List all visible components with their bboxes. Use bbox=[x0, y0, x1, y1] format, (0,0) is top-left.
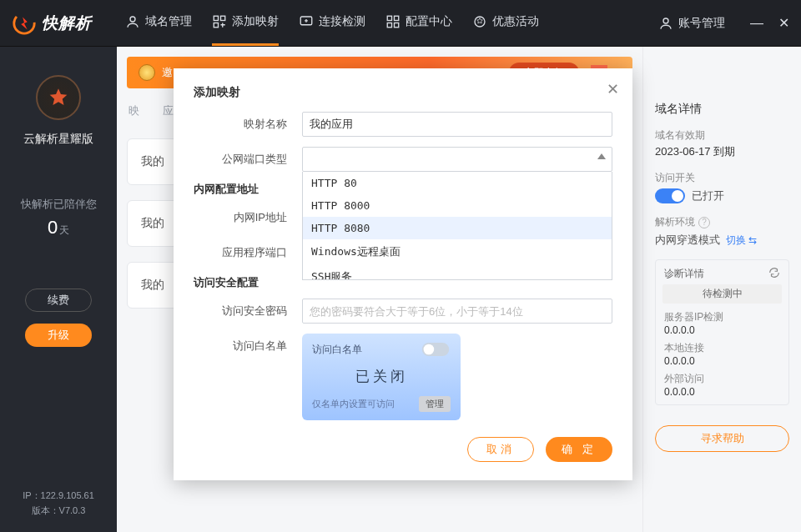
inner-ip-label: 内网IP地址 bbox=[194, 210, 302, 225]
refresh-icon[interactable] bbox=[768, 267, 780, 281]
edition-name: 云解析星耀版 bbox=[23, 132, 93, 147]
diag-status: 待检测中 bbox=[662, 284, 782, 304]
ip-label: IP： bbox=[23, 490, 40, 500]
app-logo: 快解析 bbox=[12, 11, 92, 36]
close-window-button[interactable]: ✕ bbox=[778, 15, 789, 31]
monitor-plus-icon bbox=[299, 14, 314, 29]
minimize-button[interactable]: — bbox=[750, 16, 763, 31]
port-type-option[interactable]: HTTP 80 bbox=[303, 172, 612, 194]
nav-label: 优惠活动 bbox=[492, 14, 539, 29]
env-label: 解析环境? bbox=[655, 215, 789, 229]
companion-text: 快解析已陪伴您 bbox=[21, 197, 97, 212]
svg-point-11 bbox=[663, 18, 668, 23]
svg-rect-3 bbox=[221, 16, 225, 20]
diag-row: 本地连接0.0.0.0 bbox=[664, 341, 780, 367]
nav-promo[interactable]: 优惠活动 bbox=[472, 0, 539, 46]
cancel-button[interactable]: 取消 bbox=[467, 437, 534, 462]
nav-label: 配置中心 bbox=[406, 14, 452, 29]
version-label: 版本： bbox=[32, 505, 59, 515]
days-counter: 0天 bbox=[48, 217, 69, 238]
swap-icon: ⇆ bbox=[748, 234, 757, 246]
nav-add-mapping[interactable]: 添加映射 bbox=[212, 0, 279, 46]
port-type-label: 公网端口类型 bbox=[194, 152, 302, 167]
info-icon[interactable]: ? bbox=[698, 217, 710, 228]
upgrade-button[interactable]: 升级 bbox=[25, 324, 92, 347]
modal-actions: 取消 确 定 bbox=[194, 437, 612, 462]
days-value: 0 bbox=[48, 217, 58, 238]
nav-label: 连接检测 bbox=[319, 14, 365, 29]
sidebar: 云解析星耀版 快解析已陪伴您 0天 续费 升级 IP：122.9.105.61 … bbox=[0, 47, 117, 532]
nav-connect-test[interactable]: 连接检测 bbox=[299, 0, 365, 46]
switch-state-text: 已打开 bbox=[692, 188, 724, 203]
app-port-label: 应用程序端口 bbox=[194, 245, 302, 260]
nav-bar: 域名管理 添加映射 连接检测 配置中心 bbox=[125, 0, 642, 46]
grid-plus-icon bbox=[212, 14, 227, 29]
nav-config-center[interactable]: 配置中心 bbox=[385, 0, 452, 46]
account-icon bbox=[658, 16, 673, 31]
sidebar-footer: IP：122.9.105.61 版本：V7.0.3 bbox=[23, 474, 94, 532]
name-label: 映射名称 bbox=[194, 117, 302, 132]
password-label: 访问安全密码 bbox=[194, 304, 302, 319]
title-bar: 快解析 域名管理 添加映射 连接检测 bbox=[0, 0, 801, 47]
whitelist-card-title: 访问白名单 bbox=[312, 343, 362, 357]
add-mapping-modal: 添加映射 ✕ 映射名称 公网端口类型 HTTP 80HTTP 8000HTTP … bbox=[174, 68, 632, 480]
nav-label: 添加映射 bbox=[232, 14, 279, 29]
confirm-button[interactable]: 确 定 bbox=[546, 437, 612, 462]
ip-value: 122.9.105.61 bbox=[41, 490, 94, 500]
access-switch[interactable] bbox=[655, 188, 685, 203]
app-window: 快解析 域名管理 添加映射 连接检测 bbox=[0, 0, 801, 532]
port-type-dropdown: HTTP 80HTTP 8000HTTP 8080Windows远程桌面SSH服… bbox=[302, 172, 612, 280]
brand-text: 快解析 bbox=[42, 13, 92, 34]
star-icon bbox=[48, 87, 69, 108]
version-value: V7.0.3 bbox=[59, 505, 86, 515]
renew-button[interactable]: 续费 bbox=[25, 289, 92, 312]
switch-label: 访问开关 bbox=[655, 171, 789, 185]
port-type-option[interactable]: Windows远程桌面 bbox=[303, 239, 612, 264]
days-unit: 天 bbox=[59, 224, 69, 236]
whitelist-note: 仅名单内设置可访问 bbox=[312, 398, 395, 410]
account-menu[interactable]: 账号管理 bbox=[658, 16, 725, 31]
port-type-input[interactable] bbox=[302, 147, 612, 172]
svg-rect-4 bbox=[214, 23, 218, 28]
modal-form: 映射名称 公网端口类型 HTTP 80HTTP 8000HTTP 8080Win… bbox=[194, 112, 612, 462]
svg-rect-7 bbox=[395, 16, 399, 20]
edition-badge bbox=[36, 75, 81, 120]
diagnosis-box: 诊断详情 待检测中 服务器IP检测0.0.0.0 本地连接0.0.0.0 外部访… bbox=[655, 259, 789, 405]
whitelist-manage-button[interactable]: 管理 bbox=[419, 396, 451, 412]
user-icon bbox=[125, 14, 140, 29]
nav-domain[interactable]: 域名管理 bbox=[125, 0, 192, 46]
modal-close-button[interactable]: ✕ bbox=[607, 80, 619, 98]
badge-icon bbox=[472, 14, 487, 29]
env-mode: 内网穿透模式 bbox=[655, 233, 720, 246]
logo-icon bbox=[12, 11, 37, 36]
chevron-up-icon bbox=[597, 153, 606, 159]
account-label: 账号管理 bbox=[678, 16, 725, 31]
whitelist-card: 访问白名单 已关闭 仅名单内设置可访问 管理 bbox=[302, 334, 461, 420]
grid-icon bbox=[385, 14, 400, 29]
port-type-option[interactable]: SSH服务 bbox=[303, 264, 612, 280]
env-switch-link[interactable]: 切换⇆ bbox=[726, 234, 757, 246]
whitelist-status: 已关闭 bbox=[312, 367, 451, 386]
valid-value: 2023-06-17 到期 bbox=[655, 144, 789, 159]
svg-rect-2 bbox=[214, 16, 218, 20]
password-input[interactable] bbox=[302, 299, 612, 324]
section-tab[interactable]: 映 bbox=[128, 103, 139, 118]
diag-title: 诊断详情 bbox=[664, 267, 704, 281]
diag-row: 服务器IP检测0.0.0.0 bbox=[664, 310, 780, 336]
port-type-option[interactable]: HTTP 8000 bbox=[303, 194, 612, 217]
details-panel: 域名详情 域名有效期 2023-06-17 到期 访问开关 已打开 解析环境? … bbox=[642, 47, 801, 532]
port-type-combo[interactable]: HTTP 80HTTP 8000HTTP 8080Windows远程桌面SSH服… bbox=[302, 147, 612, 172]
section-tab[interactable]: 应 bbox=[163, 103, 174, 118]
coin-icon bbox=[139, 64, 155, 81]
whitelist-switch[interactable] bbox=[422, 343, 449, 356]
diag-row: 外部访问0.0.0.0 bbox=[664, 372, 780, 398]
mapping-name-input[interactable] bbox=[302, 112, 612, 137]
svg-rect-9 bbox=[387, 23, 391, 28]
modal-title: 添加映射 bbox=[194, 85, 612, 100]
banner-text: 邀 bbox=[162, 65, 173, 80]
help-button[interactable]: 寻求帮助 bbox=[655, 425, 789, 452]
valid-label: 域名有效期 bbox=[655, 128, 789, 143]
details-title: 域名详情 bbox=[655, 102, 789, 117]
whitelist-label: 访问白名单 bbox=[194, 334, 302, 354]
port-type-option[interactable]: HTTP 8080 bbox=[303, 217, 612, 239]
